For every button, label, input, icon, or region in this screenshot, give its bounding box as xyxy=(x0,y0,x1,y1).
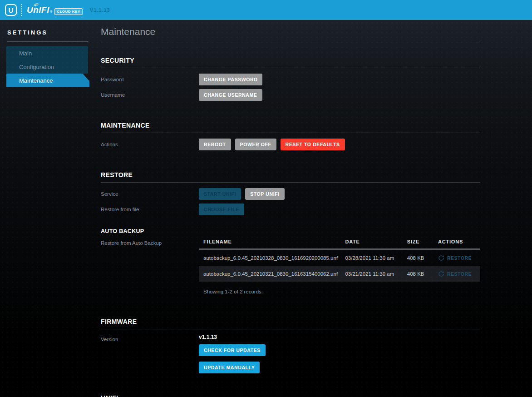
page-title: Maintenance xyxy=(101,26,480,37)
top-header-bar: U UniFi ® CLOUD KEY V1.1.13 xyxy=(0,0,532,20)
sidebar-item-maintenance[interactable]: Maintenance xyxy=(6,74,89,87)
security-heading: SECURITY xyxy=(101,57,480,64)
auto-backup-row: Restore from Auto Backup FILENAME DATE S… xyxy=(101,239,480,294)
password-label: Password xyxy=(101,77,199,82)
table-records-summary: Showing 1-2 of 2 records. xyxy=(199,289,480,294)
service-label: Service xyxy=(101,191,199,197)
restore-from-auto-backup-label: Restore from Auto Backup xyxy=(101,239,199,294)
restore-from-file-row: Restore from file CHOOSE FILE xyxy=(101,202,480,217)
unifi-heading: UNIFI xyxy=(101,394,480,397)
actions-label: Actions xyxy=(101,142,199,147)
service-row: Service START UNIFI STOP UNIFI xyxy=(101,186,480,202)
password-row: Password CHANGE PASSWORD xyxy=(101,72,480,87)
section-unifi: UNIFI Version 6.1.71-15061-1 CHECK FOR U… xyxy=(101,394,480,397)
section-divider xyxy=(101,182,480,183)
header-divider xyxy=(21,4,22,16)
section-maintenance: MAINTENANCE Actions REBOOT POWER OFF RES… xyxy=(101,122,480,152)
auto-backup-table: FILENAME DATE SIZE ACTIONS autobackup_6.… xyxy=(199,239,480,294)
restore-action-label: RESTORE xyxy=(447,271,472,277)
sidebar-title: SETTINGS xyxy=(7,29,96,36)
table-row: autobackup_6.0.45_20210321_0830_16163154… xyxy=(199,266,480,282)
brand-wordmark: UniFi ® CLOUD KEY xyxy=(27,5,83,15)
change-password-button[interactable]: CHANGE PASSWORD xyxy=(199,74,262,85)
firmware-check-for-updates-button[interactable]: CHECK FOR UPDATES xyxy=(199,344,266,356)
table-header: FILENAME DATE SIZE ACTIONS xyxy=(199,239,480,250)
backup-filename: autobackup_6.0.45_20210321_0830_16163154… xyxy=(199,271,345,277)
section-divider xyxy=(101,68,480,68)
username-row: Username CHANGE USERNAME xyxy=(101,87,480,103)
sidebar-item-label: Main xyxy=(19,50,32,57)
sidebar-item-main[interactable]: Main xyxy=(6,46,88,60)
column-size: SIZE xyxy=(407,239,438,244)
column-filename: FILENAME xyxy=(199,239,345,244)
power-off-button[interactable]: POWER OFF xyxy=(235,139,276,150)
title-divider xyxy=(101,43,480,43)
choose-file-button[interactable]: CHOOSE FILE xyxy=(199,203,244,215)
column-actions: ACTIONS xyxy=(438,239,480,244)
settings-sidebar: SETTINGS Main Configuration Maintenance xyxy=(0,20,96,397)
backup-date: 03/28/2021 11:30 am xyxy=(345,255,407,261)
section-divider xyxy=(101,133,480,133)
auto-backup-heading: AUTO BACKUP xyxy=(101,228,480,234)
stop-unifi-button[interactable]: STOP UNIFI xyxy=(245,188,285,200)
app-window: U UniFi ® CLOUD KEY V1.1.13 SETTINGS Mai… xyxy=(0,0,532,397)
registered-mark: ® xyxy=(50,10,52,13)
sidebar-item-configuration[interactable]: Configuration xyxy=(6,60,88,74)
ubiquiti-logo-icon: U xyxy=(5,4,17,16)
section-divider xyxy=(101,329,480,329)
section-security: SECURITY Password CHANGE PASSWORD Userna… xyxy=(101,57,480,103)
username-label: Username xyxy=(101,92,199,98)
firmware-version-label: Version xyxy=(101,334,199,373)
section-firmware: FIRMWARE Version v1.1.13 CHECK FOR UPDAT… xyxy=(101,318,480,373)
logo-letter: U xyxy=(9,6,14,14)
sidebar-divider xyxy=(7,41,88,42)
backup-size: 408 KB xyxy=(407,255,438,261)
cloud-key-badge: CLOUD KEY xyxy=(54,8,83,15)
firmware-version-value: v1.1.13 xyxy=(199,334,266,340)
sidebar-item-label: Maintenance xyxy=(19,77,53,84)
restore-from-file-label: Restore from file xyxy=(101,207,199,212)
wifi-arcs-icon xyxy=(33,2,40,6)
backup-date: 03/21/2021 11:30 am xyxy=(345,271,407,277)
restore-heading: RESTORE xyxy=(101,171,480,179)
section-restore: RESTORE Service START UNIFI STOP UNIFI R… xyxy=(101,171,480,294)
main-content: Maintenance SECURITY Password CHANGE PAS… xyxy=(96,20,532,397)
restore-action-label: RESTORE xyxy=(447,255,472,261)
firmware-version-row: Version v1.1.13 CHECK FOR UPDATES UPDATE… xyxy=(101,334,480,373)
reboot-button[interactable]: REBOOT xyxy=(199,139,231,150)
backup-size: 408 KB xyxy=(407,271,438,277)
restore-backup-button[interactable]: RESTORE xyxy=(438,255,480,261)
brand-text: UniFi xyxy=(27,5,49,15)
change-username-button[interactable]: CHANGE USERNAME xyxy=(199,89,262,101)
actions-row: Actions REBOOT POWER OFF RESET TO DEFAUL… xyxy=(101,137,480,152)
table-row: autobackup_6.0.45_20210328_0830_16169202… xyxy=(199,250,480,266)
column-date: DATE xyxy=(345,239,407,244)
backup-filename: autobackup_6.0.45_20210328_0830_16169202… xyxy=(199,255,345,261)
reset-to-defaults-button[interactable]: RESET TO DEFAULTS xyxy=(281,139,345,150)
update-manually-button[interactable]: UPDATE MANUALLY xyxy=(199,362,260,373)
restore-circular-arrow-icon xyxy=(438,255,444,261)
sidebar-item-label: Configuration xyxy=(19,64,54,70)
start-unifi-button[interactable]: START UNIFI xyxy=(199,188,241,200)
header-version: V1.1.13 xyxy=(90,7,110,13)
restore-backup-button[interactable]: RESTORE xyxy=(438,271,480,277)
restore-circular-arrow-icon xyxy=(438,271,444,277)
firmware-heading: FIRMWARE xyxy=(101,318,480,325)
maintenance-heading: MAINTENANCE xyxy=(101,122,480,129)
